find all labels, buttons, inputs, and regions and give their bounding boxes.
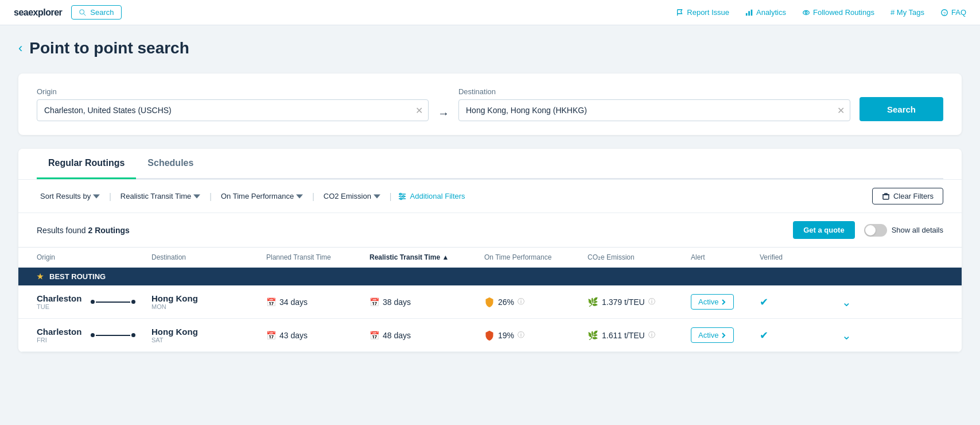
col-planned-transit: Planned Transit Time bbox=[266, 253, 370, 261]
svg-point-6 bbox=[805, 11, 807, 14]
svg-rect-2 bbox=[746, 13, 748, 15]
active-alert-button[interactable]: Active bbox=[691, 327, 734, 343]
calendar-icon: 📅 bbox=[266, 331, 276, 340]
realistic-transit-cell: 📅 38 days bbox=[370, 298, 484, 307]
realistic-transit-cell: 📅 48 days bbox=[370, 331, 484, 340]
results-header: Results found 2 Routings Get a quote Sho… bbox=[18, 212, 962, 247]
page-title: Point to point search bbox=[29, 39, 189, 57]
col-verified: Verified bbox=[760, 253, 817, 261]
col-origin: Origin bbox=[37, 253, 151, 261]
col-expand bbox=[817, 253, 851, 261]
get-quote-button[interactable]: Get a quote bbox=[793, 221, 855, 239]
info-icon[interactable]: ⓘ bbox=[648, 330, 655, 340]
origin-day: TUE bbox=[37, 303, 81, 310]
destination-cell: Hong Kong SAT bbox=[151, 327, 266, 343]
verified-icon: ✔︎ bbox=[760, 296, 768, 308]
search-form: Origin ✕ → Destination ✕ Search bbox=[18, 74, 962, 135]
origin-input[interactable] bbox=[37, 99, 429, 121]
table-header: Origin Destination Planned Transit Time … bbox=[18, 247, 962, 268]
table-row: Charleston FRI Hong Kong SAT 📅 43 days bbox=[18, 319, 962, 352]
tab-regular-routings[interactable]: Regular Routings bbox=[37, 149, 136, 179]
svg-point-13 bbox=[402, 195, 404, 197]
search-submit-button[interactable]: Search bbox=[860, 97, 943, 121]
best-routing-banner: ★ BEST ROUTING bbox=[18, 268, 962, 285]
route-line bbox=[86, 300, 140, 304]
nav-report-issue[interactable]: Report Issue bbox=[676, 8, 729, 17]
svg-rect-15 bbox=[883, 195, 889, 199]
svg-point-0 bbox=[80, 9, 84, 14]
toggle-knob bbox=[865, 225, 876, 235]
star-icon: ★ bbox=[37, 272, 44, 281]
trash-icon bbox=[882, 192, 890, 200]
best-routing-label: BEST ROUTING bbox=[49, 272, 106, 281]
dest-city: Hong Kong bbox=[151, 293, 266, 303]
analytics-icon bbox=[745, 9, 753, 17]
alert-cell: Active bbox=[691, 327, 760, 343]
calendar-icon: 📅 bbox=[370, 331, 379, 340]
svg-rect-4 bbox=[751, 9, 753, 16]
info-icon[interactable]: ⓘ bbox=[518, 297, 524, 307]
sliders-icon bbox=[398, 192, 407, 201]
expand-button[interactable]: ⌄ bbox=[817, 295, 851, 309]
back-button[interactable]: ‹ bbox=[18, 41, 22, 56]
direction-arrow: → bbox=[438, 107, 449, 121]
origin-label: Origin bbox=[37, 87, 429, 96]
col-destination: Destination bbox=[151, 253, 266, 261]
svg-text:?: ? bbox=[943, 10, 946, 16]
destination-input[interactable] bbox=[458, 99, 850, 121]
tab-schedules[interactable]: Schedules bbox=[136, 149, 205, 179]
origin-day: FRI bbox=[37, 337, 81, 343]
svg-point-14 bbox=[400, 198, 402, 199]
col-realistic-transit[interactable]: Realistic Transit Time ▲ bbox=[370, 253, 484, 261]
search-icon bbox=[79, 9, 87, 17]
route-line bbox=[86, 333, 140, 337]
svg-point-12 bbox=[399, 193, 401, 195]
results-count: Results found 2 Routings bbox=[37, 226, 130, 235]
info-icon[interactable]: ⓘ bbox=[648, 297, 655, 307]
on-time-cell: 26% ⓘ bbox=[484, 297, 588, 307]
co2-filter-button[interactable]: CO2 Emission bbox=[320, 190, 384, 203]
flag-icon bbox=[676, 9, 684, 17]
realistic-transit-filter-button[interactable]: Realistic Transit Time bbox=[117, 190, 204, 203]
alert-cell: Active bbox=[691, 294, 760, 310]
filters-section: Sort Results by | Realistic Transit Time… bbox=[18, 179, 962, 212]
on-time-filter-button[interactable]: On Time Performance bbox=[217, 190, 306, 203]
destination-clear-button[interactable]: ✕ bbox=[837, 105, 845, 116]
verified-cell: ✔︎ bbox=[760, 296, 817, 308]
show-all-details-toggle: Show all details bbox=[864, 224, 943, 237]
help-icon: ? bbox=[940, 9, 948, 17]
search-button[interactable]: Search bbox=[71, 5, 121, 20]
origin-clear-button[interactable]: ✕ bbox=[415, 105, 423, 116]
tabs-section: Regular Routings Schedules bbox=[18, 149, 962, 179]
verified-icon: ✔︎ bbox=[760, 330, 768, 341]
calendar-icon: 📅 bbox=[266, 298, 276, 307]
nav-my-tags[interactable]: # My Tags bbox=[890, 8, 924, 17]
shield-icon bbox=[484, 297, 495, 307]
active-alert-button[interactable]: Active bbox=[691, 294, 734, 310]
nav-analytics[interactable]: Analytics bbox=[745, 8, 786, 17]
shield-icon bbox=[484, 330, 495, 341]
nav-followed-routings[interactable]: Followed Routings bbox=[802, 8, 874, 17]
expand-button[interactable]: ⌄ bbox=[817, 329, 851, 342]
additional-filters-button[interactable]: Additional Filters bbox=[398, 192, 465, 201]
info-icon[interactable]: ⓘ bbox=[518, 330, 524, 340]
origin-group: Origin ✕ bbox=[37, 87, 429, 121]
verified-cell: ✔︎ bbox=[760, 329, 817, 342]
clear-filters-button[interactable]: Clear Filters bbox=[872, 188, 943, 204]
col-co2-emission: CO₂e Emission bbox=[588, 253, 691, 261]
origin-city: Charleston bbox=[37, 327, 81, 337]
chevron-down-icon bbox=[296, 193, 303, 200]
logo: seaexplorer bbox=[14, 7, 62, 18]
emission-cell: 🌿 1.379 t/TEU ⓘ bbox=[588, 297, 691, 307]
origin-cell: Charleston TUE bbox=[37, 293, 151, 310]
destination-cell: Hong Kong MON bbox=[151, 293, 266, 310]
eye-icon bbox=[802, 9, 810, 17]
dest-day: MON bbox=[151, 303, 266, 310]
origin-cell: Charleston FRI bbox=[37, 327, 151, 343]
show-details-switch[interactable] bbox=[864, 224, 887, 237]
sort-results-button[interactable]: Sort Results by bbox=[37, 190, 103, 203]
chevron-right-icon bbox=[721, 333, 726, 338]
nav-faq[interactable]: ? FAQ bbox=[940, 8, 966, 17]
destination-label: Destination bbox=[458, 87, 850, 96]
origin-city: Charleston bbox=[37, 293, 81, 303]
